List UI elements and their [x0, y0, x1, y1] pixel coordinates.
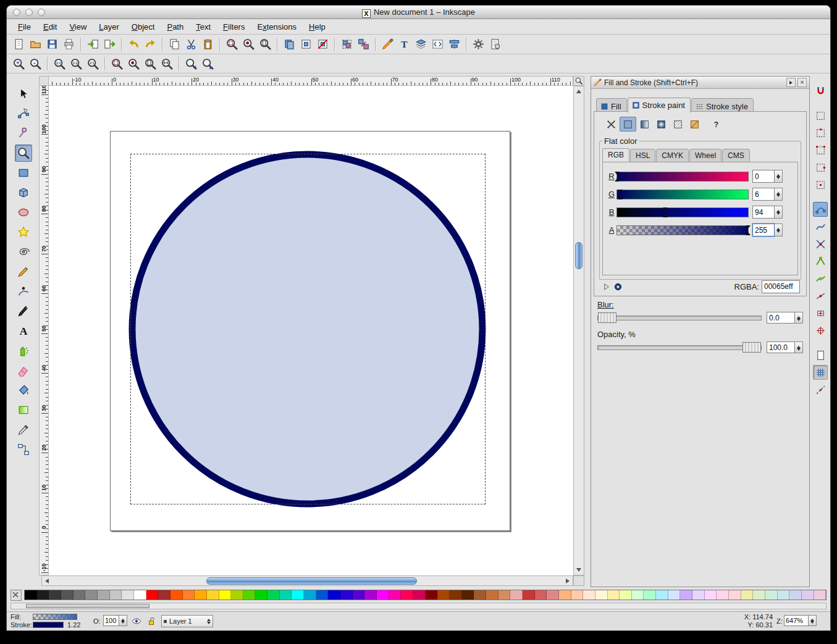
- opacity-slider-thumb[interactable]: [742, 342, 761, 353]
- colorspace-tab-cmyk[interactable]: CMYK: [656, 149, 689, 162]
- zoom-1-1-button[interactable]: 1:1: [51, 56, 68, 72]
- zoom-out-button[interactable]: -: [27, 56, 44, 72]
- palette-swatch[interactable]: [316, 590, 329, 600]
- calligraphy-tool-button[interactable]: [15, 303, 32, 320]
- gradient-tool-button[interactable]: [15, 401, 32, 419]
- menu-path[interactable]: Path: [161, 20, 190, 33]
- snap-object-center-button[interactable]: [813, 306, 828, 320]
- palette-swatch[interactable]: [122, 590, 134, 600]
- snap-smooth-node-button[interactable]: [813, 271, 828, 286]
- unlink-clone-button[interactable]: [314, 36, 331, 52]
- palette-swatch[interactable]: [680, 590, 692, 600]
- palette-swatch[interactable]: [717, 590, 729, 600]
- snap-guide-button[interactable]: [813, 382, 828, 397]
- spiral-tool-button[interactable]: [15, 243, 32, 261]
- channel-slider-r[interactable]: [616, 172, 749, 182]
- palette-swatch[interactable]: [450, 590, 462, 600]
- zoom-fit-page-button[interactable]: [142, 56, 159, 72]
- palette-swatch[interactable]: [486, 590, 498, 600]
- snap-rotation-center-button[interactable]: [813, 323, 828, 338]
- color-target-icon[interactable]: [613, 282, 623, 291]
- rgba-input[interactable]: [762, 280, 800, 293]
- palette-swatch[interactable]: [705, 590, 717, 600]
- menu-filters[interactable]: Filters: [217, 20, 251, 33]
- zoom-prev-button[interactable]: [183, 56, 200, 72]
- channel-slider-b[interactable]: [616, 207, 749, 217]
- star-tool-button[interactable]: [15, 224, 32, 241]
- snap-grid-button[interactable]: [813, 365, 828, 380]
- dropper-tool-button[interactable]: [15, 421, 32, 438]
- channel-value-g[interactable]: [752, 188, 775, 201]
- layer-visibility-button[interactable]: [130, 615, 143, 627]
- stroke-swatch[interactable]: [33, 622, 64, 628]
- scroll-left-button[interactable]: [42, 576, 52, 586]
- channel-spin-a[interactable]: [775, 224, 783, 236]
- expander-arrow-icon[interactable]: [602, 282, 611, 291]
- swatch-button[interactable]: [686, 117, 703, 132]
- ungroup-button[interactable]: [355, 36, 372, 52]
- snap-line-midpoint-button[interactable]: [813, 288, 828, 303]
- tab-stroke-paint[interactable]: Stroke paint: [628, 98, 691, 113]
- ellipse-tool-button[interactable]: [15, 204, 32, 221]
- bezier-pen-tool-button[interactable]: [15, 283, 32, 300]
- undo-button[interactable]: [125, 36, 142, 52]
- fill-swatch[interactable]: [33, 614, 77, 620]
- panel-close-button[interactable]: ×: [797, 78, 807, 87]
- snap-cusp-node-button[interactable]: [813, 254, 828, 269]
- menu-object[interactable]: Object: [125, 20, 161, 33]
- layer-lock-button[interactable]: [145, 615, 158, 627]
- zoom-next-button[interactable]: [200, 56, 216, 72]
- palette-swatch[interactable]: [292, 590, 304, 600]
- menu-layer[interactable]: Layer: [93, 20, 125, 33]
- palette-swatch[interactable]: [510, 590, 523, 600]
- vertical-scrollbar[interactable]: [573, 86, 584, 575]
- export-button[interactable]: [101, 36, 118, 52]
- layers-dialog-button[interactable]: [413, 36, 429, 52]
- fill-stroke-dialog-button[interactable]: [379, 36, 396, 52]
- palette-swatch[interactable]: [364, 590, 377, 600]
- align-dialog-button[interactable]: [446, 36, 463, 52]
- palette-swatch[interactable]: [170, 590, 183, 600]
- opacity-slider[interactable]: [597, 342, 762, 353]
- palette-swatch[interactable]: [146, 590, 159, 600]
- paint-bucket-tool-button[interactable]: [15, 382, 32, 399]
- node-editor-tool-button[interactable]: [15, 105, 32, 122]
- palette-swatch[interactable]: [692, 590, 705, 600]
- zoom-spin-buttons[interactable]: [809, 615, 817, 626]
- linear-gradient-button[interactable]: [636, 117, 653, 132]
- snap-bbox-edge-button[interactable]: [813, 125, 828, 140]
- duplicate-button[interactable]: [281, 36, 298, 52]
- layer-selector[interactable]: Layer 1: [161, 615, 213, 627]
- menu-text[interactable]: Text: [190, 20, 217, 33]
- channel-slider-g[interactable]: [616, 190, 749, 199]
- horizontal-scroll-thumb[interactable]: [206, 577, 417, 585]
- snap-bbox-corner-button[interactable]: [813, 143, 828, 157]
- blur-input[interactable]: [767, 312, 795, 324]
- palette-swatch[interactable]: [231, 590, 243, 600]
- vertical-scroll-thumb[interactable]: [575, 242, 583, 269]
- no-paint-button[interactable]: [603, 117, 620, 132]
- palette-swatch[interactable]: [255, 590, 267, 600]
- tweak-tool-button[interactable]: [15, 125, 32, 142]
- eraser-tool-button[interactable]: [15, 362, 32, 379]
- blur-slider[interactable]: [597, 312, 762, 323]
- sticky-zoom-button[interactable]: [573, 76, 584, 86]
- object-opacity-spin-buttons[interactable]: [119, 615, 127, 626]
- palette-swatch[interactable]: [110, 590, 122, 600]
- palette-swatch[interactable]: [729, 590, 741, 600]
- text-dialog-button[interactable]: T: [396, 36, 413, 52]
- palette-swatch[interactable]: [644, 590, 656, 600]
- palette-swatch[interactable]: [741, 590, 754, 600]
- palette-swatch[interactable]: [595, 590, 608, 600]
- channel-spin-g[interactable]: [775, 188, 783, 201]
- horizontal-scrollbar[interactable]: [41, 575, 573, 586]
- opacity-input[interactable]: [767, 341, 795, 353]
- flat-color-button[interactable]: [620, 117, 636, 132]
- selector-tool-button[interactable]: [15, 85, 32, 102]
- zoom-fit-selection-button[interactable]: [109, 56, 125, 72]
- palette-swatch[interactable]: [814, 590, 826, 600]
- palette-swatch[interactable]: [61, 590, 74, 600]
- palette-swatch[interactable]: [583, 590, 595, 600]
- palette-swatch[interactable]: [37, 590, 49, 600]
- palette-swatch[interactable]: [328, 590, 340, 600]
